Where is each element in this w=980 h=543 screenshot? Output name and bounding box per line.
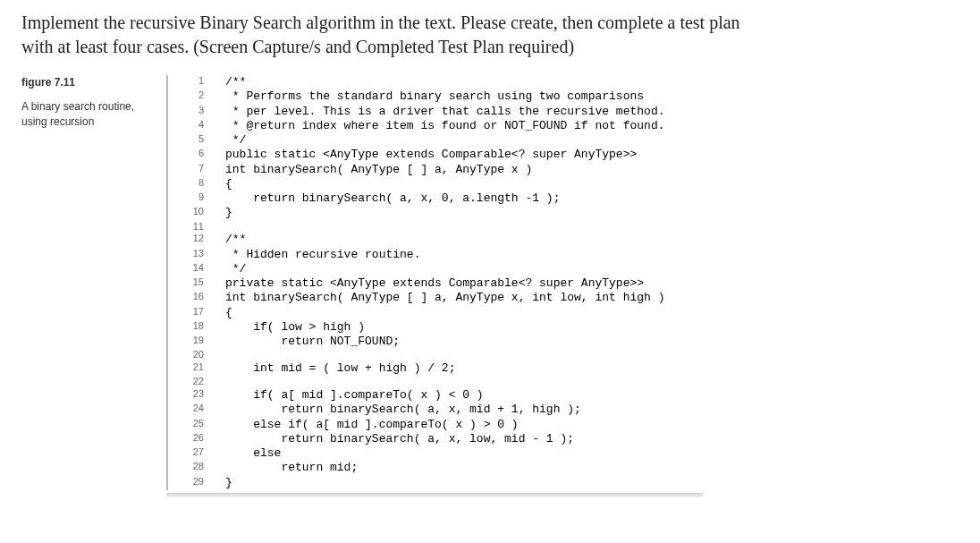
code-text: else (225, 446, 281, 461)
code-text: */ (225, 262, 246, 276)
line-number: 12 (177, 233, 204, 247)
code-text: } (225, 206, 232, 220)
code-line: 8{ (177, 177, 959, 191)
code-text: private static <AnyType extends Comparab… (225, 276, 644, 291)
code-line: 23 if( a[ mid ].compareTo( x ) < 0 ) (177, 388, 959, 403)
figure-block: figure 7.11 A binary search routine, usi… (21, 75, 959, 490)
code-text: { (225, 306, 232, 320)
line-number: 2 (177, 89, 204, 104)
code-text: return binarySearch( a, x, low, mid - 1 … (225, 432, 574, 446)
code-line: 12/** (177, 233, 959, 247)
code-text: if( low > high ) (225, 320, 365, 335)
figure-bottom-shadow (166, 493, 703, 497)
line-number: 25 (177, 418, 204, 432)
code-line: 6public static <AnyType extends Comparab… (177, 148, 959, 162)
code-line: 20 (177, 349, 959, 361)
assignment-prompt: Implement the recursive Binary Search al… (21, 11, 959, 59)
line-number: 4 (177, 119, 204, 133)
code-column: 1/** 2 * Performs the standard binary se… (166, 75, 959, 490)
code-line: 2 * Performs the standard binary search … (177, 89, 959, 104)
figure-caption: A binary search routine, using recursion (21, 99, 156, 130)
code-line: 5 */ (177, 133, 959, 148)
code-text: public static <AnyType extends Comparabl… (225, 148, 637, 162)
line-number: 27 (177, 446, 204, 461)
code-text: return NOT_FOUND; (225, 335, 400, 349)
line-number: 21 (177, 361, 204, 376)
code-line: 26 return binarySearch( a, x, low, mid -… (177, 432, 959, 446)
code-line: 27 else (177, 446, 959, 461)
code-text: return mid; (225, 461, 358, 475)
code-line: 10} (177, 206, 959, 220)
code-line: 9 return binarySearch( a, x, 0, a.length… (177, 191, 959, 206)
line-number: 18 (177, 320, 204, 335)
line-number: 13 (177, 248, 204, 262)
code-text: } (225, 476, 232, 490)
code-text: */ (225, 133, 246, 148)
code-text: { (225, 177, 232, 191)
code-line: 3 * per level. This is a driver that cal… (177, 105, 959, 119)
code-line: 15private static <AnyType extends Compar… (177, 276, 959, 291)
prompt-line-2: with at least four cases. (Screen Captur… (21, 37, 574, 56)
line-number: 5 (177, 133, 204, 148)
code-text: return binarySearch( a, x, mid + 1, high… (225, 403, 581, 417)
line-number: 8 (177, 177, 204, 191)
line-number: 14 (177, 262, 204, 276)
line-number: 17 (177, 306, 204, 320)
line-number: 23 (177, 388, 204, 403)
line-number: 29 (177, 476, 204, 490)
line-number: 28 (177, 461, 204, 475)
code-text: int binarySearch( AnyType [ ] a, AnyType… (225, 291, 664, 305)
code-text: * @return index where item is found or N… (225, 119, 664, 133)
line-number: 24 (177, 403, 204, 417)
code-line: 4 * @return index where item is found or… (177, 119, 959, 133)
figure-label: figure 7.11 (21, 75, 156, 90)
code-text: /** (225, 233, 246, 247)
code-text: int mid = ( low + high ) / 2; (225, 361, 455, 376)
code-line: 19 return NOT_FOUND; (177, 335, 959, 349)
line-number: 3 (177, 105, 204, 119)
code-line: 22 (177, 376, 959, 388)
code-line: 13 * Hidden recursive routine. (177, 248, 959, 262)
figure-caption-column: figure 7.11 A binary search routine, usi… (21, 75, 166, 129)
code-text: /** (225, 75, 246, 89)
code-line: 25 else if( a[ mid ].compareTo( x ) > 0 … (177, 418, 959, 432)
prompt-line-1: Implement the recursive Binary Search al… (21, 13, 740, 32)
code-line: 28 return mid; (177, 461, 959, 475)
code-line: 7int binarySearch( AnyType [ ] a, AnyTyp… (177, 163, 959, 177)
code-text: * Hidden recursive routine. (225, 248, 420, 262)
code-text: int binarySearch( AnyType [ ] a, AnyType… (225, 163, 532, 177)
code-text: if( a[ mid ].compareTo( x ) < 0 ) (225, 388, 484, 403)
code-line: 21 int mid = ( low + high ) / 2; (177, 361, 959, 376)
code-line: 29} (177, 476, 959, 490)
line-number: 6 (177, 148, 204, 162)
code-text: * per level. This is a driver that calls… (225, 105, 664, 119)
code-line: 18 if( low > high ) (177, 320, 959, 335)
line-number: 11 (177, 221, 204, 233)
line-number: 26 (177, 432, 204, 446)
line-number: 9 (177, 191, 204, 206)
code-line: 14 */ (177, 262, 959, 276)
line-number: 16 (177, 291, 204, 305)
code-line: 1/** (177, 75, 959, 89)
line-number: 1 (177, 75, 204, 89)
code-line: 17{ (177, 306, 959, 320)
code-text: else if( a[ mid ].compareTo( x ) > 0 ) (225, 418, 519, 432)
code-text: * Performs the standard binary search us… (225, 89, 644, 104)
code-line: 11 (177, 221, 959, 233)
line-number: 10 (177, 206, 204, 220)
code-line: 16int binarySearch( AnyType [ ] a, AnyTy… (177, 291, 959, 305)
page: Implement the recursive Binary Search al… (0, 0, 980, 519)
line-number: 22 (177, 376, 204, 388)
code-block: 1/** 2 * Performs the standard binary se… (177, 75, 959, 490)
line-number: 15 (177, 276, 204, 291)
code-line: 24 return binarySearch( a, x, mid + 1, h… (177, 403, 959, 417)
line-number: 19 (177, 335, 204, 349)
line-number: 20 (177, 349, 204, 361)
code-text: return binarySearch( a, x, 0, a.length -… (225, 191, 560, 206)
line-number: 7 (177, 163, 204, 177)
